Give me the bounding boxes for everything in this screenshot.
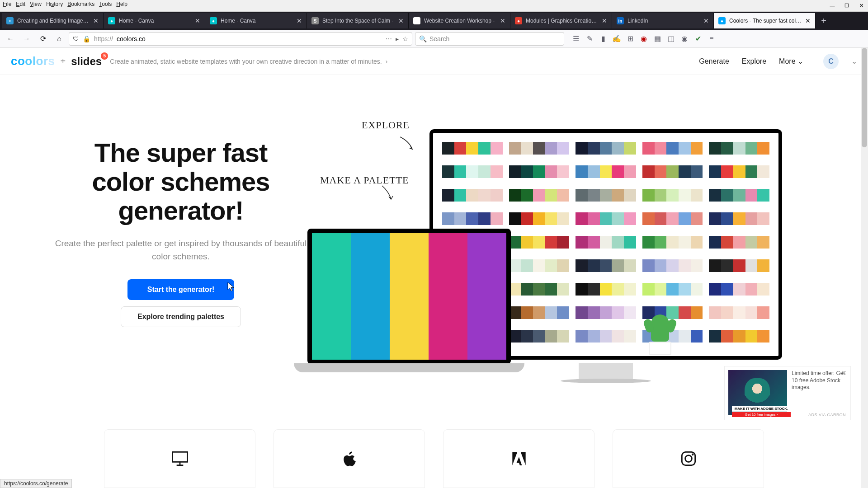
instagram-icon — [679, 449, 698, 469]
page-scrollbar[interactable] — [861, 48, 868, 488]
ad-subbanner: Get 10 free images › — [732, 412, 791, 417]
carbon-ad[interactable]: MAKE IT WITH ADOBE STOCK. Get 10 free im… — [724, 366, 851, 420]
browser-tab[interactable]: •Creating and Editing Images | O✕ — [2, 13, 104, 28]
pin-icon[interactable]: ✍ — [612, 34, 621, 43]
home-button[interactable]: ⌂ — [52, 32, 66, 46]
nav-more[interactable]: More ⌄ — [779, 57, 803, 66]
ad-image: MAKE IT WITH ADOBE STOCK. Get 10 free im… — [728, 370, 787, 415]
slides-logo[interactable]: slides 5 — [71, 55, 102, 68]
sidebar-icon[interactable]: ▦ — [653, 34, 662, 43]
ublock-icon[interactable]: ◉ — [639, 34, 648, 43]
palette-swatch — [642, 165, 703, 178]
plus-icon: + — [60, 56, 66, 66]
palette-swatch — [642, 259, 703, 272]
monitor-icon — [170, 449, 190, 469]
tab-close-icon[interactable]: ✕ — [703, 17, 709, 24]
menu-help[interactable]: Help — [116, 1, 127, 7]
bookmark-icon[interactable]: ☆ — [402, 35, 408, 42]
palette-stripe — [467, 233, 506, 360]
favicon-icon: • — [6, 17, 14, 24]
menu-file[interactable]: File — [3, 1, 11, 7]
palette-swatch — [509, 306, 570, 319]
library-icon[interactable]: ☰ — [571, 34, 580, 43]
browser-tab[interactable]: inLinkedIn✕ — [612, 13, 714, 28]
platform-adobe[interactable] — [443, 429, 594, 488]
platform-instagram[interactable] — [613, 429, 764, 488]
tab-close-icon[interactable]: ✕ — [602, 17, 607, 24]
menu-history[interactable]: History — [46, 1, 63, 7]
reload-button[interactable]: ⟳ — [36, 32, 50, 46]
browser-tab[interactable]: ●Modules | Graphics Creation W✕ — [510, 13, 612, 28]
browser-tab[interactable]: ●Coolors - The super fast color s✕ — [714, 13, 816, 28]
coolors-logo[interactable]: coolors — [11, 54, 55, 68]
ad-close-icon[interactable]: ✕ — [841, 369, 847, 376]
palette-swatch — [576, 189, 636, 202]
search-input[interactable]: 🔍 Search — [415, 32, 564, 46]
menu-view[interactable]: View — [30, 1, 42, 7]
new-tab-button[interactable]: + — [816, 14, 832, 28]
favicon-icon: ● — [718, 17, 726, 24]
avatar[interactable]: C — [823, 54, 839, 69]
cactus-illustration — [651, 314, 671, 355]
palette-swatch — [509, 330, 570, 343]
favicon-icon: ● — [210, 17, 217, 24]
eyedropper-icon[interactable]: ✎ — [585, 34, 594, 43]
palette-swatch — [576, 306, 636, 319]
nav-generate[interactable]: Generate — [699, 57, 729, 66]
menu-edit[interactable]: Edit — [16, 1, 25, 7]
menu-icon[interactable]: ≡ — [707, 34, 716, 43]
palette-swatch — [576, 142, 636, 155]
grid-icon[interactable]: ⊞ — [626, 34, 635, 43]
tab-close-icon[interactable]: ✕ — [500, 17, 505, 24]
shield-icon[interactable]: 🛡 — [73, 35, 79, 42]
account-icon[interactable]: ◉ — [680, 34, 689, 43]
explore-palettes-button[interactable]: Explore trending palettes — [121, 306, 241, 327]
tag-icon[interactable]: ▮ — [599, 34, 608, 43]
menu-bookmarks[interactable]: Bookmarks — [67, 1, 94, 7]
more-actions-icon[interactable]: ⋯ — [386, 35, 392, 42]
tab-close-icon[interactable]: ✕ — [195, 17, 200, 24]
reader-icon[interactable]: ▸ — [396, 35, 399, 42]
favicon-icon: in — [617, 17, 624, 24]
window-close-icon[interactable]: ✕ — [858, 3, 864, 9]
window-maximize-icon[interactable]: ☐ — [844, 3, 850, 9]
menu-tools[interactable]: Tools — [99, 1, 112, 7]
window-minimize-icon[interactable]: — — [829, 3, 835, 9]
tab-close-icon[interactable]: ✕ — [398, 17, 404, 24]
start-generator-button[interactable]: Start the generator! — [127, 279, 234, 300]
nav-explore[interactable]: Explore — [742, 57, 766, 66]
tab-close-icon[interactable]: ✕ — [297, 17, 302, 24]
status-bar: https://coolors.co/generate — [0, 479, 72, 488]
ad-via-label: ADS VIA CARBON — [808, 413, 846, 417]
tab-close-icon[interactable]: ✕ — [93, 17, 99, 24]
back-button[interactable]: ← — [4, 32, 17, 46]
verified-icon[interactable]: ✔ — [693, 34, 703, 43]
browser-tab[interactable]: ●Home - Canva✕ — [205, 13, 307, 28]
chevron-down-icon: ⌄ — [797, 57, 803, 65]
forward-button: → — [20, 32, 33, 46]
palette-stripe — [312, 233, 351, 360]
platform-ios[interactable] — [274, 429, 425, 488]
palette-swatch — [642, 283, 703, 296]
favicon-icon: ● — [515, 17, 522, 24]
arrow-icon — [398, 135, 416, 153]
palette-swatch — [709, 306, 769, 319]
browser-tab[interactable]: SStep Into the Space of Calm - ✕ — [307, 13, 409, 28]
browser-menubar: File Edit View History Bookmarks Tools H… — [3, 1, 127, 7]
lock-icon[interactable]: 🔒 — [83, 35, 90, 42]
site-header: coolors + slides 5 Create animated, stat… — [0, 48, 868, 75]
tab-close-icon[interactable]: ✕ — [805, 17, 811, 24]
palette-swatch — [709, 236, 769, 249]
palette-swatch — [576, 259, 636, 272]
palette-stripe — [390, 233, 429, 360]
browser-tab[interactable]: ●Home - Canva✕ — [104, 13, 205, 28]
panel-icon[interactable]: ◫ — [666, 34, 675, 43]
browser-tab[interactable]: WWebsite Creation Workshop - ✕ — [409, 13, 510, 28]
address-bar[interactable]: 🛡 🔒 https://coolors.co ⋯ ▸ ☆ — [69, 32, 412, 46]
palette-swatch — [509, 283, 570, 296]
scrollbar-thumb[interactable] — [862, 48, 867, 147]
palette-swatch — [709, 142, 769, 155]
account-dropdown-icon[interactable]: ⌄ — [851, 57, 857, 66]
header-tagline[interactable]: Create animated, static website template… — [110, 58, 387, 65]
platform-website[interactable] — [104, 429, 255, 488]
